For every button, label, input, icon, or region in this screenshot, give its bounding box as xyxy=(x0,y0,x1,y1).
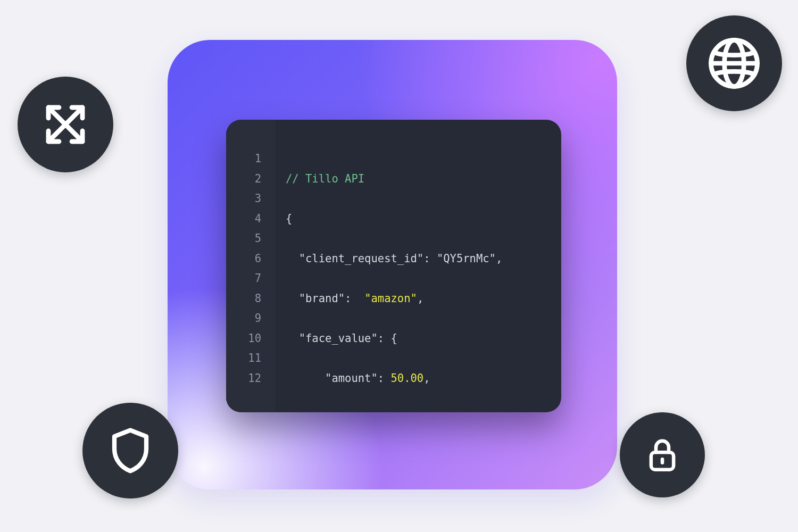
line-number: 12 xyxy=(226,369,275,389)
line-number: 6 xyxy=(226,249,275,269)
code-editor: 1 2 3 4 5 6 7 8 9 10 11 12 // Tillo API … xyxy=(226,120,561,412)
line-number: 9 xyxy=(226,309,275,329)
code-line: // Tillo API xyxy=(286,169,561,189)
shield-icon xyxy=(82,403,178,498)
code-line: "amount": 50.00, xyxy=(286,369,561,389)
line-number: 8 xyxy=(226,289,275,309)
line-number: 1 xyxy=(226,149,275,169)
code-line: "face_value": { xyxy=(286,329,561,349)
line-number: 7 xyxy=(226,269,275,289)
line-number: 10 xyxy=(226,329,275,349)
code-body: // Tillo API { "client_request_id": "QY5… xyxy=(275,120,561,412)
code-line: "brand": "amazon", xyxy=(286,289,561,309)
line-number-gutter: 1 2 3 4 5 6 7 8 9 10 11 12 xyxy=(226,120,275,412)
line-number: 3 xyxy=(226,189,275,209)
code-line: { xyxy=(286,209,561,229)
line-number: 5 xyxy=(226,229,275,249)
line-number: 2 xyxy=(226,169,275,189)
line-number: 4 xyxy=(226,209,275,229)
expand-icon xyxy=(18,77,113,172)
lock-icon xyxy=(620,412,705,497)
globe-icon xyxy=(686,15,782,111)
code-line: "currency": "USD" xyxy=(286,409,561,413)
code-line: "client_request_id": "QY5rnMc", xyxy=(286,249,561,269)
line-number: 11 xyxy=(226,348,275,369)
